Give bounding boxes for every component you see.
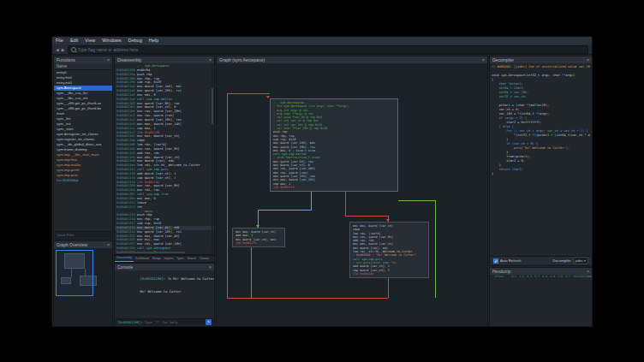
graph-edge <box>258 210 312 211</box>
functions-column-header[interactable]: Name <box>54 63 112 70</box>
decompiler-select-label: Decompiler <box>552 258 570 263</box>
function-name: entry0 <box>57 70 67 74</box>
close-icon[interactable]: × <box>107 56 110 63</box>
menu-item[interactable]: Edit <box>67 37 81 45</box>
console-send-button[interactable]: > <box>206 319 212 325</box>
console-panel: Console × [0x00401196]> ?e Hi! Welcome t… <box>114 263 215 327</box>
decompiler-select[interactable]: jsdec ▾ <box>573 257 588 264</box>
scrollbar[interactable] <box>212 64 213 252</box>
dock-tab[interactable]: Types <box>175 255 186 262</box>
graph-edge <box>227 298 388 299</box>
decompiler-line[interactable]: } <box>492 172 590 176</box>
dock-tab[interactable]: Strings <box>151 255 163 262</box>
decompiler-toolbar: ✓ Auto Refresh Decompiler jsdec ▾ <box>491 256 591 264</box>
function-name: sym.__libc_csu_fini <box>57 91 87 95</box>
function-name: sym.register_tm_clones <box>57 137 94 141</box>
graph-edge <box>227 93 228 298</box>
function-name: sym.imp.printf <box>57 168 79 172</box>
console-line-text: ?e Hi! Welcome to Cutter <box>165 276 214 281</box>
graph-overview-minimap <box>54 248 112 326</box>
function-item[interactable]: fcn.00401b6d <box>54 178 112 183</box>
scrollbar-thumb[interactable] <box>212 88 213 124</box>
back-button[interactable]: ◀ <box>56 45 59 55</box>
dock-tab[interactable]: Imports <box>163 255 176 262</box>
console-input-row: [0x00401196]> > <box>116 318 213 325</box>
decompiler-code: // WARNING: [jsdec] Use of uninitialized… <box>490 63 592 178</box>
graph-edge <box>311 190 312 211</box>
close-icon[interactable]: × <box>482 56 485 63</box>
close-icon[interactable]: × <box>587 56 589 63</box>
chevron-down-icon: ▾ <box>584 258 586 263</box>
hexdump-row[interactable]: 0x00401190f30f 1efa 5548 89e5 4883 ec20 … <box>490 279 592 283</box>
graph-block-entry[interactable]: ;-- sym.Aerospace:; fcn sym.Aerospace (i… <box>270 98 398 192</box>
quick-filter <box>55 231 111 238</box>
hexdump-body: - offset - 0 1 2 3 4 5 6 7 8 9 A B C D E… <box>490 275 592 327</box>
hexdump-row[interactable]: 0x004012104889 75f0 8b45 fc89 c648 8b7d … <box>490 311 592 315</box>
graph-block-loop-increment[interactable]: mov eax, dword [var_ch]add eax, 1mov dwo… <box>232 228 285 247</box>
search-input[interactable] <box>78 47 585 52</box>
hexdump-row[interactable]: 0x004011b0f8c7 45f4 0000 0000 eb36 8b45 … <box>490 287 592 291</box>
functions-list: entry0 entry.fini0 entry.init0 sym.Aeros… <box>54 70 112 183</box>
functions-panel-title: Functions <box>57 57 75 62</box>
toolbar: ◀ ▶ <box>52 45 592 55</box>
hexdump-column-header: - offset - 0 1 2 3 4 5 6 7 8 9 A B C D E… <box>490 275 592 279</box>
menu-item[interactable]: Windows <box>98 37 124 45</box>
close-icon[interactable]: × <box>107 241 110 248</box>
minimap-viewport[interactable] <box>56 250 93 296</box>
graph-edge <box>398 200 435 201</box>
hexdump-row[interactable]: 0x004011d0f489 1083 45f4 018b 45f4 3b45 … <box>490 294 592 299</box>
search-icon <box>71 47 76 52</box>
console-prompt: [0x00401196]> <box>117 320 143 324</box>
auto-refresh-checkbox[interactable]: ✓ <box>493 258 498 264</box>
graph-edge <box>227 93 270 94</box>
hexdump-row[interactable]: 0x004011e08d3d 2d0e 0000 e85e feff ffb8 … <box>490 299 592 303</box>
graph-edge <box>388 276 389 298</box>
menu-item[interactable]: View <box>81 37 98 45</box>
disassembly-listing: ;-- sym.Aerospace: 0x00401196 endbr64 0x… <box>115 63 214 255</box>
screen-background: FileEditViewWindowsDebugHelp ◀ ▶ Functio… <box>0 0 644 362</box>
graph-block-loop-body[interactable]: mov eax, dword [var_ch]cdqelea rdx, [rax… <box>349 222 429 278</box>
menu-item[interactable]: Debug <box>125 37 146 45</box>
hexdump-row[interactable]: 0x004011c08d14 8500 0000 0048 8b45 f848 … <box>490 291 592 295</box>
function-name: sym.imp.malloc <box>57 163 81 167</box>
console-input[interactable] <box>145 320 204 324</box>
dock-tab[interactable]: Classes <box>198 255 211 262</box>
graph-panel: Graph (sym.Aerospace) × <box>216 56 488 327</box>
hexdump-row[interactable]: 0x004011a08975 e0bf 0800 0000 e8b2 feff … <box>490 282 592 287</box>
decompiler-select-value: jsdec <box>575 258 583 263</box>
close-icon[interactable]: × <box>587 268 589 275</box>
function-name: sym.__x86.get_pc_thunk.ax <box>57 101 101 105</box>
function-name: main <box>57 111 64 116</box>
function-name: sym.__x86.get_pc_thunk.bx <box>57 106 101 110</box>
close-icon[interactable]: × <box>209 56 212 63</box>
console-line: Hi! Welcome to Cutter <box>116 285 212 298</box>
graph-canvas[interactable]: ;-- sym.Aerospace:; fcn sym.Aerospace (i… <box>217 63 487 326</box>
function-name: sym.__libc_csu_init <box>57 96 87 100</box>
hexdump-row[interactable]: 0x00401200ffff 90c9 c355 4889 e548 83ec … <box>490 307 592 312</box>
graph-block-line: jmp 0x4011f2 <box>236 241 282 245</box>
quick-filter-input[interactable] <box>57 233 110 237</box>
function-name: sym.imp.free <box>57 157 77 162</box>
function-name: sym.imp.puts <box>57 173 78 177</box>
close-icon[interactable]: × <box>209 264 212 270</box>
graph-overview-panel: Graph Overview × <box>53 240 113 327</box>
disassembly-panel-title: Disassembly <box>117 57 141 62</box>
forward-button[interactable]: ▶ <box>62 45 65 55</box>
dock-tab[interactable]: Dashboard <box>134 255 151 262</box>
decompiler-line[interactable]: // WARNING: [jsdec] Use of uninitialized… <box>492 65 590 69</box>
hexdump-row[interactable]: 0x0040124000f3 0f1e fa41 5749 89d7 4156 … <box>490 323 592 327</box>
function-name: sym.Aerospace <box>57 86 81 90</box>
hexdump-panel-title: Hexdump <box>492 269 510 274</box>
hexdump-row[interactable]: 0x00401230b800 0000 00c9 c366 2e0f 1f84 … <box>490 319 592 323</box>
function-name: sym.deregister_tm_clones <box>57 132 98 136</box>
dock-tab[interactable]: Search <box>186 255 198 262</box>
dock-tab-bar: DisassemblyDashboardStringsImportsTypesS… <box>114 255 215 263</box>
auto-refresh-label: Auto Refresh <box>500 258 521 263</box>
horizontal-scrollbar-thumb[interactable] <box>116 252 185 253</box>
console-line-prompt: [0x00401196]> <box>140 276 165 281</box>
function-name: sym.imp.__libc_start_main <box>57 152 99 157</box>
cutter-window: FileEditViewWindowsDebugHelp ◀ ▶ Functio… <box>51 36 593 327</box>
dock-tab[interactable]: Disassembly <box>115 254 134 262</box>
graph-panel-title: Graph (sym.Aerospace) <box>219 57 265 62</box>
menu-item[interactable]: Help <box>146 37 162 45</box>
